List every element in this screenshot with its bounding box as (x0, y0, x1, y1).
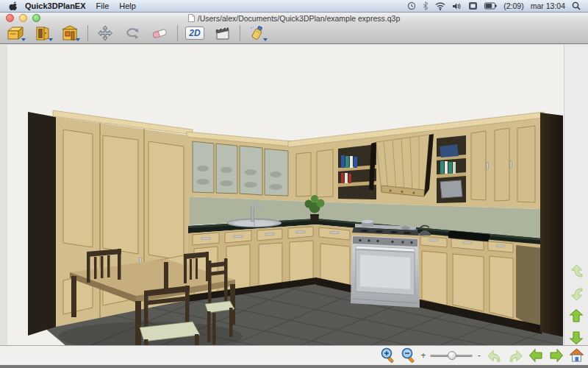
2d-label: 2D (185, 26, 204, 40)
rotate-tool[interactable] (121, 24, 143, 43)
eraser-icon (150, 24, 169, 42)
paint-material-tool[interactable] (246, 24, 268, 43)
pan-down-button[interactable] (567, 329, 584, 346)
window-bottom-edge (0, 365, 588, 368)
clapperboard-icon (213, 24, 231, 42)
rotate-arrows-icon (123, 24, 141, 42)
zoom-in-button[interactable] (379, 347, 396, 364)
app-window: Quick3DPlanEX File Help (0, 0, 588, 368)
arrow-left-icon (528, 347, 544, 364)
zoom-slider[interactable] (430, 350, 473, 361)
battery-time-label: (2:09) (503, 1, 523, 10)
spotlight-icon[interactable] (572, 1, 581, 10)
home-view-button[interactable] (568, 347, 585, 364)
apple-menu[interactable] (9, 1, 18, 11)
minimize-button[interactable] (19, 14, 27, 22)
move-arrows-icon (96, 24, 114, 42)
magnifier-plus-icon (379, 347, 396, 364)
add-tall-unit-tool[interactable] (32, 24, 54, 43)
rotate-left-button[interactable] (486, 347, 503, 364)
tilt-controls (567, 263, 584, 346)
arrow-up-icon (568, 308, 584, 324)
input-menu-icon[interactable] (468, 1, 478, 10)
zoom-slider-thumb[interactable] (448, 351, 456, 360)
rotate-right-button[interactable] (506, 347, 523, 364)
kitchen-3d-render (0, 45, 588, 345)
dropdown-arrow-icon (263, 38, 268, 41)
add-cabinet-tool[interactable] (4, 24, 26, 43)
volume-icon[interactable] (452, 2, 462, 10)
eraser-tool[interactable] (148, 24, 171, 43)
time-machine-icon[interactable] (407, 1, 416, 10)
close-button[interactable] (6, 14, 14, 22)
battery-icon[interactable] (484, 2, 497, 10)
curved-arrow-right-icon (507, 347, 523, 364)
document-icon (188, 14, 195, 22)
view-2d-button[interactable]: 2D (184, 24, 206, 43)
dropdown-arrow-icon (49, 38, 53, 41)
tilt-up-button[interactable] (567, 263, 584, 280)
apple-logo-icon (9, 1, 18, 11)
zoom-minus-label[interactable]: - (476, 350, 482, 361)
arrow-down-icon (568, 330, 584, 346)
magnifier-minus-icon (400, 347, 417, 364)
curved-arrow-down-icon (568, 286, 584, 302)
toolbar-separator (87, 25, 88, 41)
move-tool[interactable] (94, 24, 116, 43)
window-title: /Users/alex/Documents/Quick3DPlan/exampl… (198, 14, 400, 23)
zoom-out-button[interactable] (400, 347, 417, 364)
bluetooth-icon[interactable] (423, 1, 429, 10)
toolbar-separator (177, 25, 178, 41)
home-icon (568, 347, 585, 364)
bottom-control-bar: + - (0, 345, 588, 364)
window-title-bar[interactable]: /Users/alex/Documents/Quick3DPlan/exampl… (0, 13, 588, 23)
curved-arrow-left-icon (487, 347, 503, 364)
add-room-element-tool[interactable] (59, 24, 81, 43)
pan-right-button[interactable] (548, 347, 564, 364)
dropdown-arrow-icon (21, 38, 26, 41)
menu-bar: Quick3DPlanEX File Help (0, 0, 588, 13)
app-menu-title[interactable]: Quick3DPlanEX (25, 1, 86, 10)
menu-item-help[interactable]: Help (119, 1, 136, 10)
render-movie-tool[interactable] (211, 24, 233, 43)
curved-arrow-up-icon (568, 263, 584, 280)
dropdown-arrow-icon (76, 38, 80, 41)
menu-item-file[interactable]: File (96, 1, 110, 10)
wifi-icon[interactable] (435, 2, 445, 10)
zoom-plus-label[interactable]: + (420, 350, 426, 361)
viewport-3d[interactable] (0, 45, 588, 345)
tilt-down-button[interactable] (567, 285, 584, 302)
toolbar: 2D (0, 23, 588, 44)
right-wall-panel (540, 113, 563, 337)
menu-clock[interactable]: mar 13:04 (531, 1, 565, 10)
arrow-right-icon (548, 347, 564, 364)
toolbar-separator (240, 25, 240, 41)
pan-left-button[interactable] (527, 347, 544, 364)
upper-glass-cabinets (187, 132, 293, 201)
pan-up-button[interactable] (567, 307, 584, 324)
zoom-window-button[interactable] (32, 14, 40, 22)
